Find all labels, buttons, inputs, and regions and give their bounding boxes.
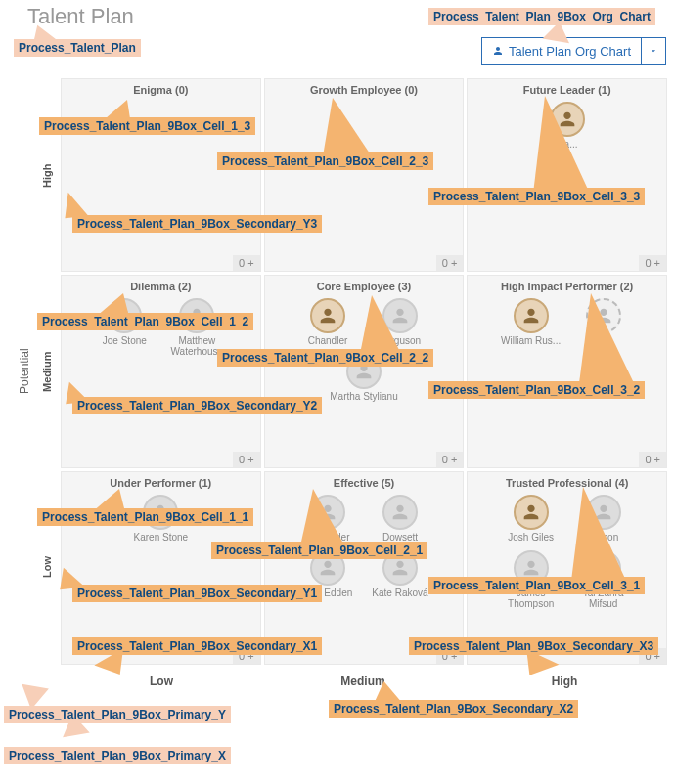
avatar-icon xyxy=(586,495,621,530)
person[interactable]: William Rus... xyxy=(497,298,565,346)
cell-2-3[interactable]: Growth Employee (0)0 + xyxy=(264,78,465,272)
axis-primary-y: Potential xyxy=(18,78,31,665)
cell-body: ChandlerFergusonMartha Stylianu xyxy=(265,294,464,467)
axis-secondary-y-low: Low xyxy=(41,469,53,665)
cell-more-button[interactable]: 0 + xyxy=(639,648,666,664)
cell-header: Future Leader (1) xyxy=(468,79,666,98)
person[interactable]: Ga... xyxy=(533,102,602,150)
cell-more-button[interactable]: 0 + xyxy=(436,452,464,467)
cell-header: Growth Employee (0) xyxy=(265,79,464,98)
cell-body xyxy=(265,98,464,271)
avatar-icon xyxy=(310,550,345,586)
cell-3-1[interactable]: Trusted Professional (4)Josh GilesHinson… xyxy=(467,471,667,665)
cell-body: Ga... xyxy=(468,98,666,271)
avatar-icon xyxy=(310,298,345,333)
person-name: Martha Stylianu xyxy=(330,391,397,402)
cell-1-3[interactable]: Enigma (0)0 + xyxy=(61,78,261,272)
person-name: William Rus... xyxy=(501,335,561,346)
person[interactable]: Martha Stylianu xyxy=(330,354,398,402)
org-chart-button-label: Talent Plan Org Chart xyxy=(509,44,631,59)
cell-2-2[interactable]: Core Employee (3)ChandlerFergusonMartha … xyxy=(264,275,465,468)
cell-more-button[interactable]: 0 + xyxy=(436,255,464,271)
avatar-icon xyxy=(143,495,178,530)
avatar-icon xyxy=(310,495,345,530)
org-chart-button-group: Talent Plan Org Chart xyxy=(481,37,666,65)
cell-header: High Impact Performer (2) xyxy=(468,276,666,294)
axis-secondary-y-high: High xyxy=(41,78,53,274)
avatar-icon xyxy=(514,550,549,586)
person[interactable]: Matthew Waterhouse xyxy=(162,298,231,357)
avatar-icon xyxy=(382,550,418,586)
person[interactable]: Dowsett xyxy=(366,495,434,543)
cell-body: AlexanderDowsettTom EddenKate Raková xyxy=(265,491,464,664)
person[interactable]: Kate Raková xyxy=(366,550,434,598)
callout-title: Process_Talent_Plan xyxy=(14,39,141,57)
person-name: Tom Edden xyxy=(303,588,353,598)
person[interactable]: Tal Zahra Mifsud xyxy=(569,550,638,609)
person-name: Hinson xyxy=(588,532,618,543)
person-name: Kate Raková xyxy=(372,588,427,598)
person-name: James Thompson xyxy=(497,588,565,609)
cell-more-button[interactable]: 0 + xyxy=(233,452,260,467)
person-name: ...ka xyxy=(594,335,612,346)
cell-body: William Rus......ka xyxy=(468,294,666,467)
person-name: Ferguson xyxy=(380,335,421,346)
person-name: Josh Giles xyxy=(508,532,554,543)
cell-body xyxy=(62,98,260,271)
person[interactable]: Josh Giles xyxy=(497,495,565,543)
avatar-icon xyxy=(107,298,142,333)
avatar-icon xyxy=(514,298,549,333)
person[interactable]: Tom Edden xyxy=(293,550,362,598)
avatar-icon xyxy=(382,298,418,333)
cell-3-2[interactable]: High Impact Performer (2)William Rus....… xyxy=(467,275,667,468)
org-chart-button[interactable]: Talent Plan Org Chart xyxy=(482,38,642,64)
person-name: Alexander xyxy=(305,532,349,543)
cell-more-button[interactable]: 0 + xyxy=(436,648,464,664)
avatar-icon xyxy=(586,298,621,333)
cell-1-2[interactable]: Dilemma (2)Joe StoneMatthew Waterhouse0 … xyxy=(61,275,261,468)
avatar-icon xyxy=(586,550,621,586)
axis-primary-x: Performance xyxy=(61,704,667,718)
avatar-icon xyxy=(346,354,382,389)
avatar-icon xyxy=(179,298,214,333)
cell-body: Karen Stone xyxy=(62,491,260,664)
person[interactable]: Ferguson xyxy=(366,298,434,346)
org-chart-dropdown[interactable] xyxy=(642,38,665,64)
axis-secondary-x-medium: Medium xyxy=(262,675,464,688)
avatar-icon xyxy=(550,102,585,137)
cell-more-button[interactable]: 0 + xyxy=(233,648,260,664)
cell-1-1[interactable]: Under Performer (1)Karen Stone0 + xyxy=(61,471,261,665)
cell-header: Core Employee (3) xyxy=(265,276,464,294)
nine-box-grid: Enigma (0)0 + Growth Employee (0)0 + Fut… xyxy=(61,78,667,665)
person-icon xyxy=(492,45,504,57)
caret-down-icon xyxy=(649,46,658,56)
person-name: Joe Stone xyxy=(103,335,147,346)
person-name: Matthew Waterhouse xyxy=(162,335,231,357)
person[interactable]: ...ka xyxy=(569,298,638,346)
cell-body: Josh GilesHinsonJames ThompsonTal Zahra … xyxy=(468,491,666,664)
cell-2-1[interactable]: Effective (5)AlexanderDowsettTom EddenKa… xyxy=(264,471,465,665)
cell-header: Trusted Professional (4) xyxy=(468,472,666,491)
person[interactable]: Joe Stone xyxy=(90,298,158,357)
person[interactable]: Chandler xyxy=(293,298,362,346)
cell-more-button[interactable]: 0 + xyxy=(639,452,666,467)
cell-body: Joe StoneMatthew Waterhouse xyxy=(62,294,260,467)
person-name: Karen Stone xyxy=(134,532,189,543)
person[interactable]: Karen Stone xyxy=(126,495,195,543)
avatar-icon xyxy=(382,495,418,530)
person[interactable]: James Thompson xyxy=(497,550,565,609)
cell-more-button[interactable]: 0 + xyxy=(639,255,666,271)
axis-secondary-y-medium: Medium xyxy=(41,274,53,469)
cell-more-button[interactable]: 0 + xyxy=(233,255,260,271)
cell-3-3[interactable]: Future Leader (1)Ga...0 + xyxy=(467,78,667,272)
callout-orgchart: Process_Talent_Plan_9Box_Org_Chart xyxy=(428,8,655,25)
callout-primary-x: Process_Talent_Plan_9Box_Primary_X xyxy=(4,747,231,764)
person-name: Tal Zahra Mifsud xyxy=(569,588,638,609)
cell-header: Under Performer (1) xyxy=(62,472,260,491)
person[interactable]: Hinson xyxy=(569,495,638,543)
cell-header: Effective (5) xyxy=(265,472,464,491)
person-name: Chandler xyxy=(308,335,348,346)
person[interactable]: Alexander xyxy=(293,495,362,543)
cell-header: Dilemma (2) xyxy=(62,276,260,294)
page-title: Talent Plan xyxy=(27,4,134,29)
